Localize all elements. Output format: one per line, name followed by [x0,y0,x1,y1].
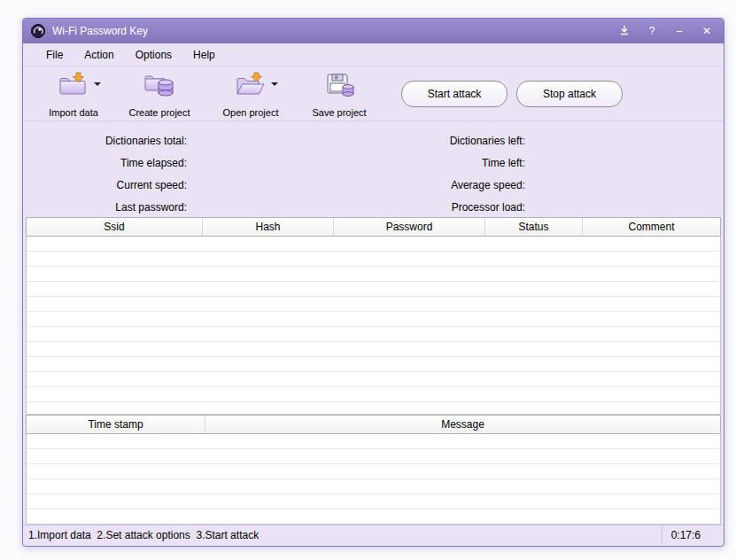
column-header-hash[interactable]: Hash [203,218,334,236]
window-title: Wi-Fi Password Key [52,25,148,37]
dictionaries-total-label: Dictionaries total: [26,130,187,152]
open-project-icon [235,72,267,98]
open-dropdown-arrow[interactable] [271,82,278,86]
column-header-message[interactable]: Message [205,416,720,433]
column-header-timestamp[interactable]: Time stamp [27,416,205,433]
stats-panel: Dictionaries total: Time elapsed: Curren… [23,121,724,217]
start-attack-button[interactable]: Start attack [401,81,507,107]
menu-help[interactable]: Help [182,45,226,65]
stop-attack-button[interactable]: Stop attack [516,81,623,107]
menu-file[interactable]: File [35,45,74,65]
minimize-button[interactable]: – [673,25,686,37]
import-data-label: Import data [49,107,98,118]
average-speed-label: Average speed: [291,175,525,197]
close-button[interactable]: ✕ [701,25,713,37]
titlebar[interactable]: Wi-Fi Password Key ? – ✕ [23,19,724,43]
import-folder-icon [58,72,89,98]
column-header-comment[interactable]: Comment [583,218,720,236]
app-logo-icon [30,23,46,39]
create-project-label: Create project [128,107,190,118]
current-speed-label: Current speed: [26,175,187,197]
menu-action[interactable]: Action [74,45,124,65]
log-table-body [26,434,721,525]
column-header-password[interactable]: Password [334,218,485,236]
dictionaries-left-label: Dictionaries left: [291,130,525,152]
menu-bar: File Action Options Help [23,43,724,66]
processor-load-label: Processor load: [291,197,525,219]
create-project-button[interactable]: Create project [119,70,200,118]
download-update-icon[interactable] [618,25,631,38]
log-table-header: Time stamp Message [26,415,721,434]
status-bar: 1.Import data 2.Set attack options 3.Sta… [23,525,724,544]
last-password-label: Last password: [26,197,187,219]
results-table-body [26,237,721,415]
column-header-status[interactable]: Status [485,218,583,236]
menu-options[interactable]: Options [125,45,182,65]
status-timer: 0:17:6 [662,525,724,544]
toolbar: Import data Create project [23,66,724,121]
open-project-label: Open project [223,107,279,118]
help-button[interactable]: ? [646,25,658,37]
save-project-icon [323,72,355,98]
create-project-icon [143,72,175,98]
status-hint-text: 1.Import data 2.Set attack options 3.Sta… [28,529,259,541]
time-elapsed-label: Time elapsed: [26,152,187,175]
save-project-button[interactable]: Save project [301,70,377,118]
import-dropdown-arrow[interactable] [94,82,101,86]
results-table-header: Ssid Hash Password Status Comment [26,217,721,237]
column-header-ssid[interactable]: Ssid [27,218,203,236]
time-left-label: Time left: [291,152,525,175]
open-project-button[interactable]: Open project [211,70,291,118]
app-window: Wi-Fi Password Key ? – ✕ File Action Opt… [22,18,724,547]
results-table: Ssid Hash Password Status Comment [26,217,721,415]
log-table: Time stamp Message [26,415,721,525]
import-data-button[interactable]: Import data [39,70,108,118]
save-project-label: Save project [312,107,366,118]
